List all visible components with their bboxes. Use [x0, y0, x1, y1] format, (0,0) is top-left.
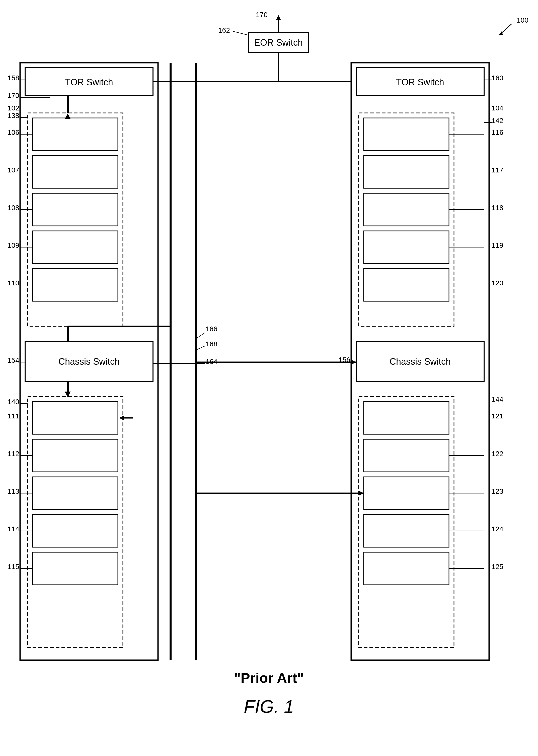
ref-125: 125 [492, 563, 504, 570]
ref-102: 102 [8, 104, 19, 112]
page-container: 100 170 162 EOR Switch TOR Switch 158 17… [0, 0, 538, 756]
ref-110: 110 [8, 279, 19, 287]
tor-switch-left-label: TOR Switch [65, 77, 113, 87]
ref-160: 160 [492, 74, 504, 82]
ref-100: 100 [517, 16, 528, 24]
ref-120: 120 [492, 279, 504, 287]
ref-162: 162 [218, 27, 230, 34]
ref-142: 142 [492, 117, 504, 125]
ref-117: 117 [492, 166, 504, 174]
ref-111: 111 [8, 412, 19, 420]
server-124 [364, 514, 449, 547]
ref-114: 114 [8, 525, 19, 533]
ref-121: 121 [492, 412, 504, 420]
server-120 [364, 268, 449, 301]
ref-116: 116 [492, 129, 504, 136]
ref-144: 144 [492, 395, 504, 403]
server-123 [364, 477, 449, 509]
server-125 [364, 552, 449, 585]
ref-106: 106 [8, 129, 19, 136]
ref-166: 166 [206, 325, 217, 333]
chassis-switch-right-label: Chassis Switch [390, 356, 451, 367]
server-113 [32, 477, 118, 509]
server-118 [364, 193, 449, 226]
server-106 [32, 118, 118, 150]
svg-line-16 [196, 346, 205, 350]
ref-154: 154 [8, 356, 19, 364]
server-121 [364, 402, 449, 434]
chassis-switch-left-label: Chassis Switch [58, 356, 120, 367]
server-111 [32, 402, 118, 434]
server-107 [32, 156, 118, 188]
server-119 [364, 231, 449, 263]
svg-line-15 [196, 332, 205, 339]
fig-label: FIG. 1 [244, 697, 294, 717]
server-114 [32, 514, 118, 547]
ref-107: 107 [8, 166, 19, 174]
ref-104: 104 [492, 104, 504, 112]
ref-118: 118 [492, 204, 504, 211]
ref-113: 113 [8, 488, 19, 495]
ref-138: 138 [8, 112, 19, 119]
eor-switch-label: EOR Switch [254, 37, 303, 48]
svg-line-5 [233, 31, 248, 35]
server-108 [32, 193, 118, 226]
server-109 [32, 231, 118, 263]
ref-140: 140 [8, 398, 19, 406]
ref-122: 122 [492, 450, 504, 458]
server-110 [32, 268, 118, 301]
tor-switch-right-label: TOR Switch [396, 77, 444, 87]
ref-112: 112 [8, 450, 19, 458]
ref-109: 109 [8, 242, 19, 249]
ref-170-top: 170 [256, 11, 268, 19]
server-117 [364, 156, 449, 188]
main-diagram: 100 170 162 EOR Switch TOR Switch 158 17… [0, 0, 538, 756]
server-116 [364, 118, 449, 150]
server-122 [364, 439, 449, 472]
ref-170-left: 170 [8, 91, 19, 99]
prior-art-label: "Prior Art" [234, 670, 304, 686]
server-115 [32, 552, 118, 585]
ref-119: 119 [492, 242, 504, 249]
ref-158: 158 [8, 74, 19, 82]
server-112 [32, 439, 118, 472]
ref-123: 123 [492, 488, 504, 495]
ref-115: 115 [8, 563, 19, 570]
svg-marker-4 [276, 15, 281, 20]
ref-124: 124 [492, 525, 504, 533]
ref-108: 108 [8, 204, 19, 211]
ref-168: 168 [206, 340, 217, 348]
